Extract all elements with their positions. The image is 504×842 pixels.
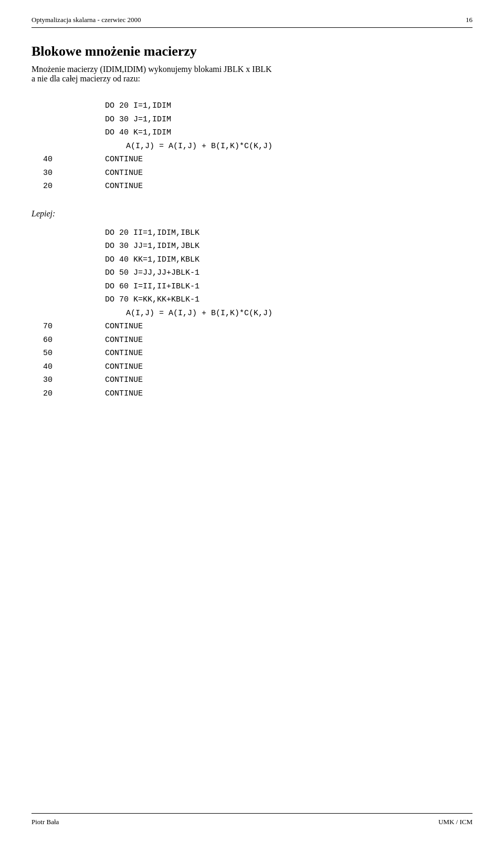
- line-label: 20: [32, 387, 63, 401]
- section-title: Blokowe mnożenie macierzy: [32, 44, 472, 59]
- line-label: 70: [32, 320, 63, 334]
- line-content: A(I,J) = A(I,J) + B(I,K)*C(K,J): [63, 307, 272, 320]
- line-content: CONTINUE: [63, 347, 143, 360]
- line-content: DO 70 K=KK,KK+KBLK-1: [63, 293, 200, 307]
- line-label: 30: [32, 373, 63, 387]
- line-label: 50: [32, 347, 63, 360]
- lepiej-label: Lepiej:: [32, 209, 472, 219]
- line-content: CONTINUE: [63, 334, 143, 347]
- line-content: DO 30 J=1,IDIM: [63, 113, 171, 127]
- code-line: DO 30 JJ=1,IDIM,JBLK: [32, 240, 472, 253]
- line-label: 20: [32, 180, 63, 193]
- code-line: 20 CONTINUE: [32, 387, 472, 401]
- line-label: 60: [32, 334, 63, 347]
- code-line: 30 CONTINUE: [32, 167, 472, 180]
- line-content: DO 50 J=JJ,JJ+JBLK-1: [63, 266, 200, 280]
- code-line: 30 CONTINUE: [32, 373, 472, 387]
- line-content: DO 40 K=1,IDIM: [63, 126, 171, 140]
- code-line: 20 CONTINUE: [32, 180, 472, 193]
- line-content: CONTINUE: [63, 387, 143, 401]
- line-content: CONTINUE: [63, 167, 143, 180]
- code-line: 70 CONTINUE: [32, 320, 472, 334]
- code-line: DO 50 J=JJ,JJ+JBLK-1: [32, 266, 472, 280]
- code-line: DO 30 J=1,IDIM: [32, 113, 472, 127]
- code-block-2: DO 20 II=1,IDIM,IBLK DO 30 JJ=1,IDIM,JBL…: [32, 226, 472, 401]
- page-container: Optymalizacja skalarna - czerwiec 2000 1…: [0, 0, 504, 842]
- line-content: DO 60 I=II,II+IBLK-1: [63, 280, 200, 294]
- code-block-1: DO 20 I=1,IDIM DO 30 J=1,IDIM DO 40 K=1,…: [32, 99, 472, 193]
- line-label: 30: [32, 167, 63, 180]
- header-page: 16: [466, 16, 472, 24]
- code-line: 50 CONTINUE: [32, 347, 472, 360]
- line-content: A(I,J) = A(I,J) + B(I,K)*C(K,J): [63, 140, 272, 153]
- footer-bar: Piotr Bała UMK / ICM: [32, 813, 472, 826]
- code-line: DO 70 K=KK,KK+KBLK-1: [32, 293, 472, 307]
- code-line: 40 CONTINUE: [32, 360, 472, 374]
- line-content: DO 20 I=1,IDIM: [63, 99, 171, 113]
- code-line: A(I,J) = A(I,J) + B(I,K)*C(K,J): [32, 307, 472, 320]
- line-content: CONTINUE: [63, 360, 143, 374]
- code-line: 60 CONTINUE: [32, 334, 472, 347]
- line-content: CONTINUE: [63, 180, 143, 193]
- line-content: CONTINUE: [63, 373, 143, 387]
- line-content: DO 40 KK=1,IDIM,KBLK: [63, 253, 200, 267]
- code-line: DO 20 I=1,IDIM: [32, 99, 472, 113]
- header-title: Optymalizacja skalarna - czerwiec 2000: [32, 16, 141, 24]
- line-content: DO 30 JJ=1,IDIM,JBLK: [63, 240, 200, 253]
- code-line: A(I,J) = A(I,J) + B(I,K)*C(K,J): [32, 140, 472, 153]
- code-line: DO 40 K=1,IDIM: [32, 126, 472, 140]
- footer-left: Piotr Bała: [32, 818, 59, 826]
- line-content: CONTINUE: [63, 320, 143, 334]
- code-line: DO 20 II=1,IDIM,IBLK: [32, 226, 472, 240]
- code-line: 40 CONTINUE: [32, 153, 472, 167]
- line-label: 40: [32, 360, 63, 374]
- header-bar: Optymalizacja skalarna - czerwiec 2000 1…: [32, 16, 472, 28]
- section-subtitle: Mnożenie macierzy (IDIM,IDIM) wykonujemy…: [32, 65, 472, 84]
- line-label: 40: [32, 153, 63, 167]
- line-content: DO 20 II=1,IDIM,IBLK: [63, 226, 200, 240]
- line-content: CONTINUE: [63, 153, 143, 167]
- code-line: DO 40 KK=1,IDIM,KBLK: [32, 253, 472, 267]
- code-line: DO 60 I=II,II+IBLK-1: [32, 280, 472, 294]
- footer-right: UMK / ICM: [438, 818, 472, 826]
